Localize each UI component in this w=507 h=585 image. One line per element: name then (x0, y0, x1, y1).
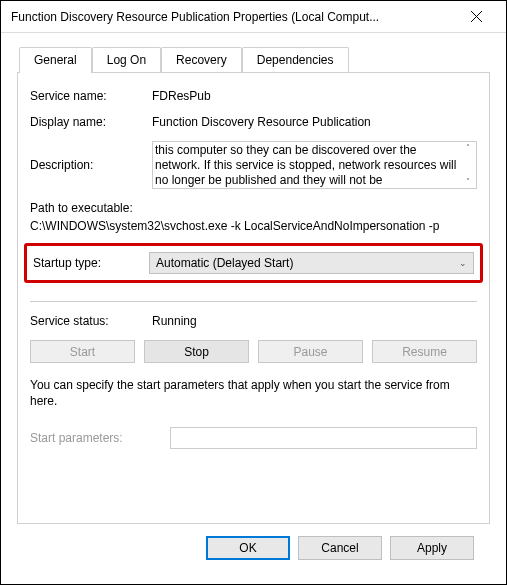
startup-type-label: Startup type: (33, 256, 149, 270)
service-name-label: Service name: (30, 89, 152, 103)
path-label: Path to executable: (30, 201, 477, 215)
service-status-row: Service status: Running (30, 314, 477, 328)
divider (30, 301, 477, 302)
resume-button: Resume (372, 340, 477, 363)
description-box: this computer so they can be discovered … (152, 141, 477, 189)
path-block: Path to executable: C:\WINDOWS\system32\… (30, 201, 477, 233)
service-name-row: Service name: FDResPub (30, 89, 477, 103)
tab-recovery[interactable]: Recovery (161, 47, 242, 72)
dialog-content: General Log On Recovery Dependencies Ser… (1, 33, 506, 572)
display-name-label: Display name: (30, 115, 152, 129)
ok-button[interactable]: OK (206, 536, 290, 560)
scroll-down-icon[interactable]: ˅ (466, 178, 470, 186)
close-button[interactable] (456, 2, 496, 32)
description-text: this computer so they can be discovered … (153, 142, 459, 188)
service-status-value: Running (152, 314, 477, 328)
pause-button: Pause (258, 340, 363, 363)
scroll-up-icon[interactable]: ˄ (466, 144, 470, 152)
tab-panel-general: Service name: FDResPub Display name: Fun… (17, 72, 490, 524)
display-name-value: Function Discovery Resource Publication (152, 115, 477, 129)
description-scrollbar[interactable]: ˄ ˅ (459, 142, 476, 188)
startup-type-combo[interactable]: Automatic (Delayed Start) ⌄ (149, 252, 474, 274)
tab-logon[interactable]: Log On (92, 47, 161, 72)
start-parameters-row: Start parameters: (30, 427, 477, 449)
service-status-label: Service status: (30, 314, 152, 328)
tabstrip: General Log On Recovery Dependencies (19, 47, 490, 72)
service-buttons: Start Stop Pause Resume (30, 340, 477, 363)
start-parameters-input (170, 427, 477, 449)
chevron-down-icon: ⌄ (459, 258, 467, 268)
service-name-value: FDResPub (152, 89, 477, 103)
start-parameters-label: Start parameters: (30, 431, 170, 445)
titlebar: Function Discovery Resource Publication … (1, 1, 506, 33)
tab-dependencies[interactable]: Dependencies (242, 47, 349, 72)
description-label: Description: (30, 158, 152, 172)
apply-button[interactable]: Apply (390, 536, 474, 560)
startup-type-value: Automatic (Delayed Start) (156, 256, 293, 270)
path-value: C:\WINDOWS\system32\svchost.exe -k Local… (30, 219, 477, 233)
window-title: Function Discovery Resource Publication … (11, 10, 456, 24)
tab-general[interactable]: General (19, 47, 92, 73)
parameters-note: You can specify the start parameters tha… (30, 377, 477, 409)
display-name-row: Display name: Function Discovery Resourc… (30, 115, 477, 129)
startup-type-highlight: Startup type: Automatic (Delayed Start) … (24, 243, 483, 283)
close-icon (471, 11, 482, 22)
dialog-buttons: OK Cancel Apply (17, 524, 490, 560)
start-button: Start (30, 340, 135, 363)
stop-button[interactable]: Stop (144, 340, 249, 363)
description-row: Description: this computer so they can b… (30, 141, 477, 189)
cancel-button[interactable]: Cancel (298, 536, 382, 560)
